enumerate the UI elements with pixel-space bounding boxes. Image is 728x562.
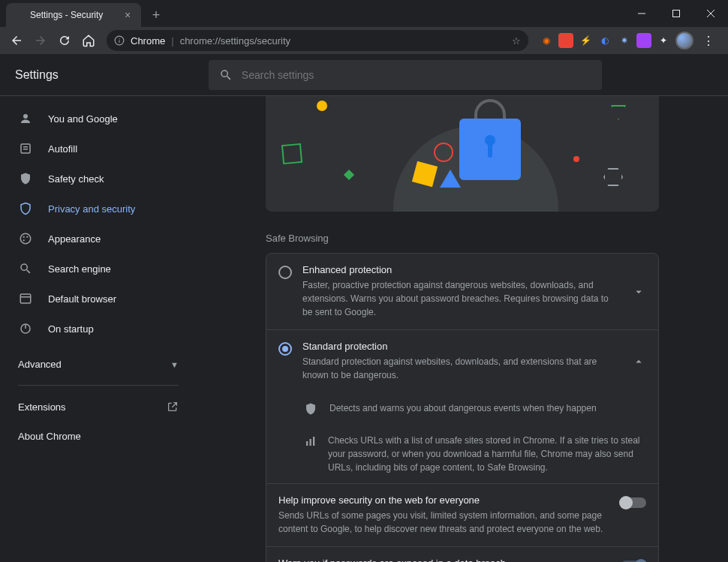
gear-icon (14, 10, 24, 20)
search-settings[interactable] (209, 60, 602, 90)
sidebar-label: Privacy and security (48, 203, 135, 215)
sidebar-extensions-link[interactable]: Extensions (6, 392, 191, 422)
sidebar-item-default-browser[interactable]: Default browser (6, 284, 191, 314)
analytics-icon (304, 434, 317, 474)
extension-icon[interactable]: ✷ (617, 33, 632, 48)
sidebar-label: Search engine (48, 263, 111, 275)
person-icon (18, 112, 33, 125)
extension-icon[interactable] (558, 33, 573, 48)
expand-icon[interactable] (631, 264, 646, 319)
power-icon (18, 322, 33, 335)
bookmark-star-icon[interactable]: ☆ (512, 35, 521, 47)
extensions-label: Extensions (18, 401, 66, 413)
palette-icon (18, 232, 33, 245)
svg-point-11 (20, 233, 31, 244)
shield-icon (304, 402, 319, 416)
svg-rect-21 (313, 437, 314, 446)
about-label: About Chrome (18, 431, 81, 442)
help-improve-security-toggle-row: Help improve security on the web for eve… (266, 483, 658, 546)
sidebar-label: Safety check (48, 173, 104, 185)
reload-button[interactable] (54, 30, 75, 51)
new-tab-button[interactable]: + (146, 5, 167, 26)
site-info-icon[interactable] (114, 35, 125, 46)
security-icon (18, 202, 33, 215)
sidebar-item-autofill[interactable]: Autofill (6, 134, 191, 164)
extension-icon[interactable]: ⚡ (578, 33, 593, 48)
option-enhanced-protection[interactable]: Enhanced protection Faster, proactive pr… (266, 254, 658, 330)
sidebar-item-search-engine[interactable]: Search engine (6, 254, 191, 284)
tab-title: Settings - Security (30, 10, 116, 20)
option-description: Faster, proactive protection against dan… (302, 278, 621, 319)
autofill-icon (18, 142, 33, 155)
svg-point-12 (23, 236, 25, 238)
detail-text: Checks URLs with a list of unsafe sites … (328, 434, 646, 474)
toggle-title: Help improve security on the web for eve… (278, 494, 610, 506)
sidebar-item-safety-check[interactable]: Safety check (6, 164, 191, 194)
url-scheme: Chrome (131, 35, 165, 47)
svg-rect-20 (310, 439, 311, 446)
collapse-icon[interactable] (631, 341, 646, 382)
sidebar-item-privacy-security[interactable]: Privacy and security (6, 194, 191, 224)
svg-rect-1 (673, 11, 680, 17)
sidebar-label: You and Google (48, 113, 118, 125)
back-button[interactable] (6, 30, 27, 51)
radio-button[interactable] (278, 266, 292, 279)
url-text: chrome://settings/security (180, 35, 290, 47)
sidebar-label: On startup (48, 323, 94, 335)
extensions-area: ◉ ⚡ ◐ ✷ ✦ ⋮ (536, 30, 722, 51)
divider (18, 385, 179, 386)
svg-point-14 (23, 239, 25, 241)
option-description: Standard protection against websites, do… (302, 355, 621, 382)
extension-icon[interactable]: ◐ (597, 33, 612, 48)
menu-icon[interactable]: ⋮ (698, 30, 719, 51)
settings-header: Settings (0, 54, 728, 96)
browser-tab[interactable]: Settings - Security × (6, 3, 141, 27)
sidebar-item-appearance[interactable]: Appearance (6, 224, 191, 254)
sidebar-label: Default browser (48, 293, 116, 305)
external-link-icon (167, 401, 179, 413)
extensions-menu-icon[interactable]: ✦ (656, 33, 671, 48)
minimize-button[interactable] (624, 0, 659, 27)
extension-icon[interactable] (636, 33, 651, 48)
safe-browsing-card: Enhanced protection Faster, proactive pr… (266, 253, 659, 562)
svg-rect-15 (20, 294, 31, 303)
close-window-button[interactable] (693, 0, 728, 27)
home-button[interactable] (78, 30, 99, 51)
sidebar-item-on-startup[interactable]: On startup (6, 314, 191, 344)
sidebar-label: Autofill (48, 143, 77, 155)
toggle-switch[interactable] (621, 497, 646, 508)
sidebar-item-you-and-google[interactable]: You and Google (6, 104, 191, 134)
option-title: Standard protection (302, 341, 621, 352)
browser-toolbar: Chrome | chrome://settings/security ☆ ◉ … (0, 27, 728, 54)
sidebar-about-chrome[interactable]: About Chrome (6, 422, 191, 451)
window-controls (624, 0, 728, 27)
standard-detail-row: Checks URLs with a list of unsafe sites … (266, 425, 658, 483)
forward-button[interactable] (30, 30, 51, 51)
standard-detail-row: Detects and warns you about dangerous ev… (266, 392, 658, 425)
svg-rect-19 (306, 441, 308, 446)
search-icon (219, 68, 233, 82)
search-icon (18, 262, 33, 275)
svg-point-7 (23, 114, 28, 119)
extension-icon[interactable]: ◉ (539, 33, 554, 48)
sidebar-label: Appearance (48, 233, 101, 245)
toggle-description: Sends URLs of some pages you visit, limi… (278, 509, 610, 536)
browser-icon (18, 292, 33, 305)
search-input[interactable] (242, 69, 591, 81)
section-heading: Safe Browsing (266, 233, 659, 244)
sidebar-advanced-toggle[interactable]: Advanced ▼ (6, 350, 191, 379)
detail-text: Detects and warns you about dangerous ev… (329, 401, 597, 416)
address-bar[interactable]: Chrome | chrome://settings/security ☆ (107, 30, 528, 51)
profile-avatar[interactable] (675, 32, 693, 50)
settings-content[interactable]: Safe Browsing Enhanced protection Faster… (197, 96, 728, 562)
toggle-title: Warn you if passwords are exposed in a d… (278, 557, 610, 562)
close-tab-icon[interactable]: × (122, 9, 134, 21)
chevron-down-icon: ▼ (170, 360, 179, 369)
password-breach-toggle-row: Warn you if passwords are exposed in a d… (266, 546, 658, 562)
maximize-button[interactable] (659, 0, 693, 27)
radio-button[interactable] (278, 342, 292, 356)
shield-check-icon (18, 172, 33, 185)
page-title: Settings (15, 68, 59, 82)
window-titlebar: Settings - Security × + (0, 0, 728, 27)
option-standard-protection[interactable]: Standard protection Standard protection … (266, 330, 658, 392)
